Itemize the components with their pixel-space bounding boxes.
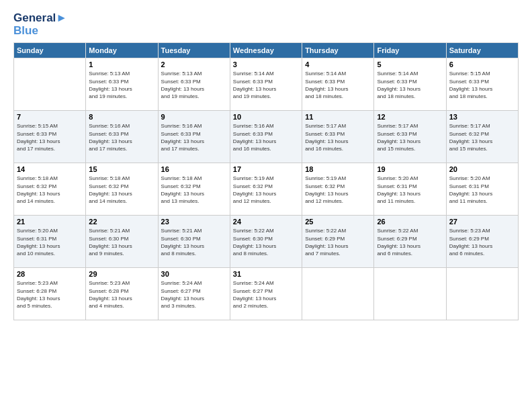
day-info: Sunrise: 5:18 AM Sunset: 6:32 PM Dayligh… <box>161 175 227 205</box>
calendar-week-row: 28Sunrise: 5:23 AM Sunset: 6:28 PM Dayli… <box>14 268 519 320</box>
day-number: 14 <box>17 165 83 173</box>
day-info: Sunrise: 5:15 AM Sunset: 6:33 PM Dayligh… <box>449 70 515 100</box>
day-info: Sunrise: 5:23 AM Sunset: 6:29 PM Dayligh… <box>449 227 515 257</box>
day-info: Sunrise: 5:19 AM Sunset: 6:32 PM Dayligh… <box>233 175 299 205</box>
day-number: 4 <box>305 60 371 68</box>
calendar-cell <box>374 268 446 320</box>
day-number: 17 <box>233 165 299 173</box>
calendar-cell: 17Sunrise: 5:19 AM Sunset: 6:32 PM Dayli… <box>230 163 302 216</box>
calendar-cell: 13Sunrise: 5:17 AM Sunset: 6:32 PM Dayli… <box>446 111 518 163</box>
day-number: 9 <box>161 113 227 121</box>
day-info: Sunrise: 5:17 AM Sunset: 6:32 PM Dayligh… <box>449 122 515 152</box>
day-number: 20 <box>449 165 515 173</box>
calendar-week-row: 1Sunrise: 5:13 AM Sunset: 6:33 PM Daylig… <box>14 58 519 111</box>
calendar-cell: 1Sunrise: 5:13 AM Sunset: 6:33 PM Daylig… <box>86 58 158 111</box>
day-number: 30 <box>161 270 227 278</box>
logo: General► Blue <box>13 12 67 37</box>
day-info: Sunrise: 5:15 AM Sunset: 6:33 PM Dayligh… <box>17 122 83 152</box>
calendar-cell: 27Sunrise: 5:23 AM Sunset: 6:29 PM Dayli… <box>446 216 518 268</box>
day-info: Sunrise: 5:22 AM Sunset: 6:30 PM Dayligh… <box>233 227 299 257</box>
day-info: Sunrise: 5:23 AM Sunset: 6:28 PM Dayligh… <box>17 279 83 310</box>
calendar-cell: 18Sunrise: 5:19 AM Sunset: 6:32 PM Dayli… <box>302 163 374 216</box>
day-number: 21 <box>17 218 83 226</box>
day-number: 28 <box>17 270 83 278</box>
day-number: 22 <box>89 218 154 226</box>
day-number: 8 <box>89 113 154 121</box>
day-info: Sunrise: 5:22 AM Sunset: 6:29 PM Dayligh… <box>305 227 371 257</box>
calendar-cell: 19Sunrise: 5:20 AM Sunset: 6:31 PM Dayli… <box>374 163 446 216</box>
day-info: Sunrise: 5:16 AM Sunset: 6:33 PM Dayligh… <box>89 122 154 152</box>
calendar-cell: 25Sunrise: 5:22 AM Sunset: 6:29 PM Dayli… <box>302 216 374 268</box>
calendar-cell <box>446 268 518 320</box>
day-info: Sunrise: 5:18 AM Sunset: 6:32 PM Dayligh… <box>17 175 83 205</box>
calendar-cell: 8Sunrise: 5:16 AM Sunset: 6:33 PM Daylig… <box>86 111 158 163</box>
day-info: Sunrise: 5:23 AM Sunset: 6:28 PM Dayligh… <box>89 279 154 310</box>
calendar-table: SundayMondayTuesdayWednesdayThursdayFrid… <box>13 42 519 320</box>
day-info: Sunrise: 5:19 AM Sunset: 6:32 PM Dayligh… <box>305 175 371 205</box>
calendar-cell <box>14 58 86 111</box>
day-number: 5 <box>377 60 443 68</box>
day-number: 29 <box>89 270 154 278</box>
day-number: 23 <box>161 218 227 226</box>
day-info: Sunrise: 5:24 AM Sunset: 6:27 PM Dayligh… <box>161 279 227 310</box>
day-info: Sunrise: 5:13 AM Sunset: 6:33 PM Dayligh… <box>89 70 154 100</box>
calendar-cell: 24Sunrise: 5:22 AM Sunset: 6:30 PM Dayli… <box>230 216 302 268</box>
day-number: 15 <box>89 165 154 173</box>
day-info: Sunrise: 5:21 AM Sunset: 6:30 PM Dayligh… <box>161 227 227 257</box>
weekday-header-monday: Monday <box>86 43 158 58</box>
calendar-cell: 28Sunrise: 5:23 AM Sunset: 6:28 PM Dayli… <box>14 268 86 320</box>
day-info: Sunrise: 5:16 AM Sunset: 6:33 PM Dayligh… <box>233 122 299 152</box>
calendar-cell: 23Sunrise: 5:21 AM Sunset: 6:30 PM Dayli… <box>158 216 230 268</box>
day-number: 6 <box>449 60 515 68</box>
calendar-week-row: 7Sunrise: 5:15 AM Sunset: 6:33 PM Daylig… <box>14 111 519 163</box>
calendar-week-row: 14Sunrise: 5:18 AM Sunset: 6:32 PM Dayli… <box>14 163 519 216</box>
calendar-cell: 3Sunrise: 5:14 AM Sunset: 6:33 PM Daylig… <box>230 58 302 111</box>
calendar-cell: 31Sunrise: 5:24 AM Sunset: 6:27 PM Dayli… <box>230 268 302 320</box>
calendar-cell: 10Sunrise: 5:16 AM Sunset: 6:33 PM Dayli… <box>230 111 302 163</box>
calendar-cell: 20Sunrise: 5:20 AM Sunset: 6:31 PM Dayli… <box>446 163 518 216</box>
day-number: 25 <box>305 218 371 226</box>
day-number: 16 <box>161 165 227 173</box>
day-number: 3 <box>233 60 299 68</box>
day-info: Sunrise: 5:24 AM Sunset: 6:27 PM Dayligh… <box>233 279 299 310</box>
weekday-header-tuesday: Tuesday <box>158 43 230 58</box>
day-info: Sunrise: 5:14 AM Sunset: 6:33 PM Dayligh… <box>377 70 443 100</box>
calendar-cell: 15Sunrise: 5:18 AM Sunset: 6:32 PM Dayli… <box>86 163 158 216</box>
day-number: 10 <box>233 113 299 121</box>
day-number: 1 <box>89 60 154 68</box>
day-number: 26 <box>377 218 443 226</box>
calendar-cell: 9Sunrise: 5:16 AM Sunset: 6:33 PM Daylig… <box>158 111 230 163</box>
calendar-cell: 2Sunrise: 5:13 AM Sunset: 6:33 PM Daylig… <box>158 58 230 111</box>
calendar-cell: 11Sunrise: 5:17 AM Sunset: 6:33 PM Dayli… <box>302 111 374 163</box>
calendar-cell: 26Sunrise: 5:22 AM Sunset: 6:29 PM Dayli… <box>374 216 446 268</box>
day-number: 7 <box>17 113 83 121</box>
day-number: 24 <box>233 218 299 226</box>
calendar-cell: 16Sunrise: 5:18 AM Sunset: 6:32 PM Dayli… <box>158 163 230 216</box>
day-info: Sunrise: 5:20 AM Sunset: 6:31 PM Dayligh… <box>377 175 443 205</box>
day-info: Sunrise: 5:21 AM Sunset: 6:30 PM Dayligh… <box>89 227 154 257</box>
day-number: 12 <box>377 113 443 121</box>
day-info: Sunrise: 5:20 AM Sunset: 6:31 PM Dayligh… <box>17 227 83 257</box>
calendar-cell: 7Sunrise: 5:15 AM Sunset: 6:33 PM Daylig… <box>14 111 86 163</box>
calendar-cell: 29Sunrise: 5:23 AM Sunset: 6:28 PM Dayli… <box>86 268 158 320</box>
weekday-header-thursday: Thursday <box>302 43 374 58</box>
day-number: 18 <box>305 165 371 173</box>
day-number: 19 <box>377 165 443 173</box>
calendar-week-row: 21Sunrise: 5:20 AM Sunset: 6:31 PM Dayli… <box>14 216 519 268</box>
day-info: Sunrise: 5:16 AM Sunset: 6:33 PM Dayligh… <box>161 122 227 152</box>
day-info: Sunrise: 5:14 AM Sunset: 6:33 PM Dayligh… <box>233 70 299 100</box>
weekday-header-wednesday: Wednesday <box>230 43 302 58</box>
calendar-cell: 6Sunrise: 5:15 AM Sunset: 6:33 PM Daylig… <box>446 58 518 111</box>
day-info: Sunrise: 5:13 AM Sunset: 6:33 PM Dayligh… <box>161 70 227 100</box>
calendar-cell: 4Sunrise: 5:14 AM Sunset: 6:33 PM Daylig… <box>302 58 374 111</box>
calendar-container: General► Blue SundayMondayTuesdayWednesd… <box>0 0 532 411</box>
header: General► Blue <box>13 12 519 37</box>
day-info: Sunrise: 5:17 AM Sunset: 6:33 PM Dayligh… <box>377 122 443 152</box>
weekday-header-sunday: Sunday <box>14 43 86 58</box>
day-number: 31 <box>233 270 299 278</box>
day-number: 11 <box>305 113 371 121</box>
logo-line2: Blue <box>13 25 67 38</box>
day-info: Sunrise: 5:20 AM Sunset: 6:31 PM Dayligh… <box>449 175 515 205</box>
logo-line1: General► <box>13 12 67 25</box>
day-number: 2 <box>161 60 227 68</box>
